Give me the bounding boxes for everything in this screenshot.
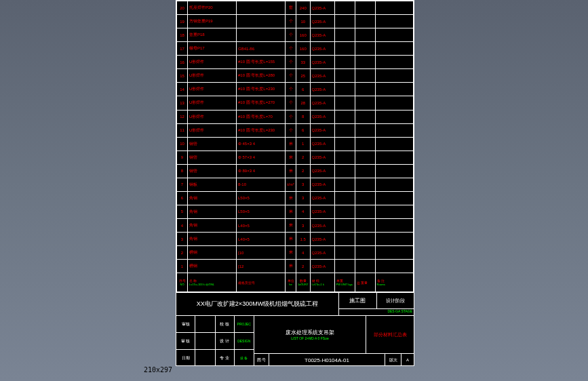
table-row: 5角钢L50×5米4Q235-A — [177, 205, 414, 218]
cell-w1 — [334, 69, 355, 83]
cell-no: 14 — [177, 83, 188, 96]
cell-unit: 个 — [286, 56, 296, 69]
cell-w1 — [334, 1, 355, 15]
cell-remark — [375, 28, 413, 42]
table-row: 19方钢垫重P19个10Q235-A — [177, 15, 414, 28]
cell-w1 — [334, 233, 355, 246]
cell-unit: 米 — [286, 191, 296, 205]
cell-unit: t/m² — [286, 178, 296, 191]
cell-spec: #10 圆 弯长度L=280 — [237, 69, 286, 83]
cell-w2 — [355, 191, 375, 205]
cell-w1 — [334, 164, 355, 178]
cell-mat: Q235-A — [310, 246, 334, 260]
cell-w2 — [355, 83, 375, 96]
cell-qty: 8 — [296, 110, 311, 123]
cell-mat: Q235-A — [310, 260, 334, 273]
cell-remark — [375, 191, 413, 205]
cell-remark — [375, 110, 413, 123]
table-row: 14U形焊件#10 圆 弯长度L=230个6Q235-A — [177, 83, 414, 96]
cell-name: 槽钢 — [188, 260, 237, 273]
cell-name: 钢板 — [188, 178, 237, 191]
project-name: XX电厂改扩建2×300MW级机组烟气脱硫工程 — [176, 293, 339, 315]
cell-qty: 33 — [296, 56, 311, 69]
cell-qty: 1 — [296, 137, 311, 151]
cell-spec — [237, 15, 286, 28]
hdr-spec: 规格及型号 — [237, 273, 286, 292]
cell-qty: 160 — [296, 28, 311, 42]
cell-w2 — [355, 260, 375, 273]
sign-r1b: 校 核 — [216, 316, 235, 332]
cell-remark — [375, 219, 413, 233]
cell-unit: 个 — [286, 83, 296, 96]
cell-spec: Φ 89×3 4 — [237, 164, 286, 178]
cell-spec: #10 圆 弯长度L=70 — [237, 110, 286, 123]
cell-qty: 4 — [296, 205, 311, 218]
cell-qty: 3 — [296, 219, 311, 233]
hdr-remark: 备 注Rowns — [375, 273, 413, 292]
cell-w2 — [355, 28, 375, 42]
cell-w1 — [334, 110, 355, 123]
hdr-no-sublabel: NO — [178, 283, 186, 286]
cell-remark — [375, 56, 413, 69]
cell-qty: 25 — [296, 69, 311, 83]
sign-r2a-v — [195, 333, 216, 349]
cell-unit: 个 — [286, 42, 296, 56]
cell-unit: 个 — [286, 110, 296, 123]
table-row: 16U形焊件#10 圆 弯长度L=155个33Q235-A — [177, 56, 414, 69]
cell-mat: Q235-A — [310, 56, 334, 69]
cell-qty: 28 — [296, 96, 311, 110]
cell-no: 13 — [177, 96, 188, 110]
cell-w1 — [334, 137, 355, 151]
cell-spec: 8-10 — [237, 178, 286, 191]
cell-mat: Q235-A — [310, 96, 334, 110]
cell-unit: 个 — [286, 28, 296, 42]
cell-mat: Q235-A — [310, 164, 334, 178]
title-block: XX电厂改扩建2×300MW级机组烟气脱硫工程 施工图 设计阶段 DES·GA … — [176, 292, 414, 365]
sign-r3b-v: 设 备 — [235, 350, 254, 366]
cell-mat: Q235-A — [310, 42, 334, 56]
cell-remark — [375, 233, 413, 246]
hdr-mat: 材 料Lv1To+1 k — [310, 273, 334, 292]
cell-qty: 2 — [296, 151, 311, 164]
sign-r1a: 审核 — [176, 316, 195, 332]
cell-w2 — [355, 56, 375, 69]
drawing-title-en: LIST OF 2×MD A 0 FSoe — [291, 336, 328, 340]
cell-no: 17 — [177, 42, 188, 56]
signature-block: 审核 校 核 PROJEC 审 核 设 计 DESIGN 日期 专 业 设 备 — [176, 316, 254, 366]
cell-unit: 个 — [286, 96, 296, 110]
cell-remark — [375, 164, 413, 178]
drawing-sheet: 20托座焊件P20套240Q235-A19方钢垫重P19个10Q235-A18垫… — [176, 0, 414, 366]
cell-unit: 米 — [286, 260, 296, 273]
cell-w1 — [334, 123, 355, 137]
cell-spec: L40×5 — [237, 219, 286, 233]
cell-name: 托座焊件P20 — [188, 1, 237, 15]
sign-r3b: 专 业 — [216, 350, 235, 366]
dwgno-label: 图 号 — [254, 354, 269, 366]
cell-remark — [375, 83, 413, 96]
table-row: 1槽钢[12米2Q235-A — [177, 260, 414, 273]
cell-remark — [375, 137, 413, 151]
cell-name: U形焊件 — [188, 96, 237, 110]
cell-mat: Q235-A — [310, 69, 334, 83]
cell-mat: Q235-A — [310, 137, 334, 151]
cell-unit: 个 — [286, 69, 296, 83]
cell-name: U形焊件 — [188, 83, 237, 96]
cell-no: 10 — [177, 137, 188, 151]
cell-name: U形焊件 — [188, 56, 237, 69]
cell-qty: 3 — [296, 191, 311, 205]
cell-qty: 6 — [296, 83, 311, 96]
hdr-name: 名 称Lv1To+100 k i@ONL — [188, 273, 237, 292]
sign-r2b-v: DESIGN — [235, 333, 254, 349]
cell-w1 — [334, 28, 355, 42]
cell-name: 槽钢 — [188, 246, 237, 260]
drawing-subtitle: 部分材料汇总表 — [366, 316, 414, 353]
cell-remark — [375, 96, 413, 110]
cell-qty: 2 — [296, 164, 311, 178]
sign-r1b-v: PROJEC — [235, 316, 254, 332]
cell-mat: Q235-A — [310, 191, 334, 205]
cell-spec — [237, 28, 286, 42]
cell-name: 角钢 — [188, 205, 237, 218]
cell-mat: Q235-A — [310, 178, 334, 191]
cell-unit: 米 — [286, 246, 296, 260]
hdr-remark-sublabel: Rowns — [377, 283, 412, 286]
